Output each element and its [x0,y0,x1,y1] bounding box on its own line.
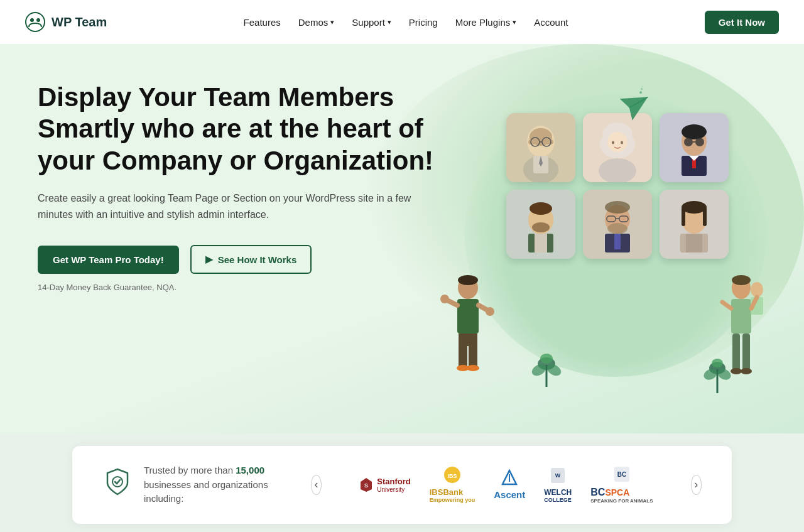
svg-rect-66 [731,299,751,334]
svg-rect-45 [614,234,621,249]
play-icon: ▶ [205,254,213,265]
svg-rect-51 [686,234,702,252]
svg-point-57 [440,295,449,303]
logo-icon [25,12,45,32]
svg-point-22 [621,141,623,144]
svg-point-73 [731,368,742,374]
trusted-left: Trusted by more than 15,000 businesses a… [102,464,273,506]
logo-text: WP Team [52,15,107,30]
svg-point-26 [684,138,693,146]
svg-point-6 [641,88,643,90]
hero-content: Display Your Team Members Smartly who ar… [38,82,446,292]
svg-point-20 [607,132,627,152]
svg-text:BC: BC [617,471,626,478]
prev-button[interactable]: ‹ [311,475,322,495]
svg-text:W: W [555,472,561,479]
svg-point-65 [732,275,751,285]
logo-welch: W WELCH COLLEGE [544,467,572,503]
svg-point-2 [36,18,40,22]
hero-section: Display Your Team Members Smartly who ar… [0,44,804,433]
figure-right [716,274,766,393]
hero-description: Create easily a great looking Team Page … [38,190,446,222]
nav-account[interactable]: Account [534,17,568,28]
figure-left [440,274,496,387]
svg-point-79 [540,354,553,364]
svg-point-21 [612,141,614,144]
svg-rect-71 [732,334,740,371]
team-card-6 [660,190,729,259]
team-card-1 [506,113,575,182]
svg-point-43 [607,223,627,234]
trusted-logos: S Stanford University IBS IBSBank Empowe… [359,465,653,504]
svg-rect-49 [703,207,707,226]
support-caret: ▾ [388,18,391,26]
team-card-3 [660,113,729,182]
logo-stanford: S Stanford University [359,477,410,493]
svg-text:S: S [364,482,368,489]
svg-rect-63 [459,334,477,346]
svg-point-25 [682,124,707,139]
nav-links: Features Demos ▾ Support ▾ Pricing More … [244,17,568,28]
next-button[interactable]: › [691,475,702,495]
hero-buttons: Get WP Team Pro Today! ▶ See How It Work… [38,245,446,274]
get-pro-button[interactable]: Get WP Team Pro Today! [38,246,179,274]
team-card-5 [583,190,652,259]
svg-point-23 [599,158,636,182]
svg-point-67 [751,282,763,297]
svg-rect-72 [742,334,750,371]
svg-point-1 [30,18,34,22]
svg-point-35 [532,222,550,232]
svg-point-39 [605,201,630,214]
trusted-text: Trusted by more than 15,000 businesses a… [144,464,273,506]
nav-support[interactable]: Support ▾ [352,17,391,28]
logo-ibs: IBS IBSBank Empowering you [430,466,475,503]
guarantee-text: 14-Day Money Back Guarantee, NQA. [38,283,446,292]
svg-point-74 [741,368,752,374]
svg-point-34 [530,202,552,215]
svg-point-53 [458,275,478,285]
plant-left-icon [528,352,565,389]
svg-line-70 [722,302,731,308]
svg-rect-48 [682,207,685,226]
svg-point-7 [641,85,643,87]
more-plugins-caret: ▾ [513,18,516,26]
see-how-button[interactable]: ▶ See How It Works [190,245,312,274]
nav-features[interactable]: Features [244,17,281,28]
nav-demos[interactable]: Demos ▾ [298,17,335,28]
get-it-now-button[interactable]: Get It Now [705,11,779,34]
svg-rect-54 [457,299,479,334]
trusted-section: Trusted by more than 15,000 businesses a… [0,433,804,532]
navbar: WP Team Features Demos ▾ Support ▾ Prici… [0,0,804,44]
svg-point-5 [639,90,642,94]
logo[interactable]: WP Team [25,12,107,32]
nav-more-plugins[interactable]: More Plugins ▾ [455,17,517,28]
svg-point-0 [26,13,45,31]
team-card-4 [506,190,575,259]
svg-point-62 [467,365,479,371]
hero-illustration [402,82,779,408]
svg-rect-37 [535,234,547,252]
logo-ascent: Ascent [494,469,525,500]
demos-caret: ▾ [330,18,334,26]
trusted-card: Trusted by more than 15,000 businesses a… [72,446,732,524]
svg-point-58 [486,307,494,316]
shield-icon [102,467,133,503]
svg-text:IBS: IBS [447,473,457,479]
hero-title: Display Your Team Members Smartly who ar… [38,82,446,176]
logo-bcspca: BC BCSPCA SPEAKING FOR ANIMALS [590,465,653,504]
svg-point-27 [695,138,704,146]
nav-pricing[interactable]: Pricing [409,17,438,28]
